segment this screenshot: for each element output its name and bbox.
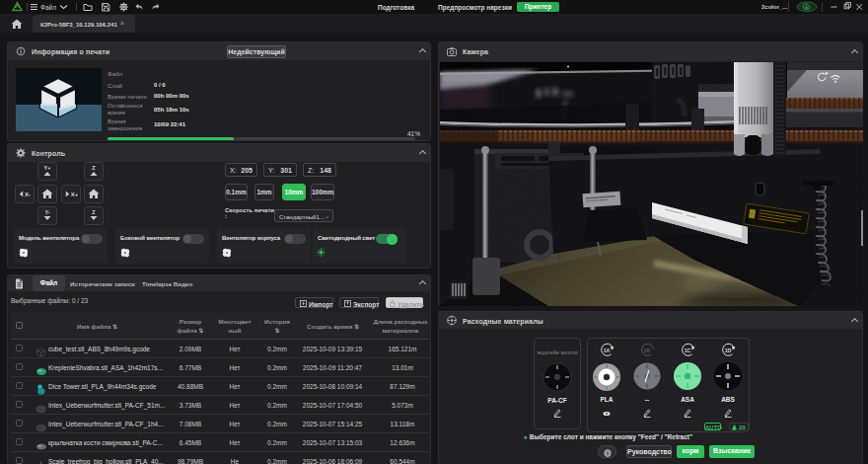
svg-text:--: --	[645, 396, 649, 403]
svg-text:Z: Z	[92, 165, 96, 171]
svg-text:PA-CF: PA-CF	[547, 397, 566, 404]
svg-text:1B: 1B	[644, 348, 651, 353]
svg-text:Y-: Y-	[44, 209, 49, 215]
svg-text:1A: 1A	[604, 348, 611, 353]
svg-text:ASA: ASA	[681, 396, 694, 403]
svg-text:X-: X-	[25, 192, 31, 197]
svg-text:1D: 1D	[725, 348, 732, 353]
svg-text:Z: Z	[92, 209, 96, 215]
svg-text:PLA: PLA	[601, 396, 614, 403]
svg-text:1C: 1C	[685, 348, 691, 353]
svg-text:Y+: Y+	[44, 165, 51, 171]
svg-text:ABS: ABS	[721, 396, 735, 403]
svg-text:X+: X+	[71, 192, 79, 197]
svg-text:Файл: Файл	[40, 4, 56, 11]
